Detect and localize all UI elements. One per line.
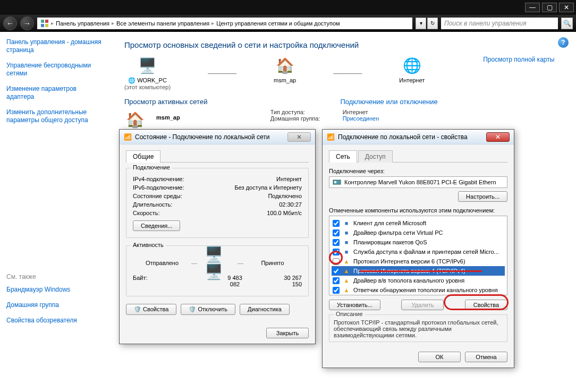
sidebar-link-internet-options[interactable]: Свойства обозревателя (6, 317, 105, 325)
component-label: Протокол Интернета версии 6 (TCP/IPv6) (353, 258, 465, 265)
sidebar: Панель управления - домашняя страница Уп… (0, 32, 112, 392)
component-item[interactable]: ■Служба доступа к файлам и принтерам сет… (332, 247, 505, 257)
breadcrumb-item[interactable]: Панель управления (56, 20, 109, 27)
remove-button: Удалить (401, 300, 444, 310)
properties-button[interactable]: 🛡️ Свойства (126, 304, 176, 315)
homegroup-value[interactable]: Присоединен (343, 115, 379, 122)
bytes-sent-value: 9 483 082 (223, 275, 247, 287)
component-checkbox[interactable] (333, 229, 340, 236)
chevron-right-icon: ▸ (211, 20, 214, 26)
close-button[interactable]: ✕ (559, 3, 574, 12)
component-item[interactable]: ▲Протокол Интернета версии 6 (TCP/IPv6) (332, 257, 505, 266)
sidebar-link-homegroup[interactable]: Домашняя группа (6, 301, 105, 309)
component-label: Драйвер фильтра сети Virtual PC (353, 229, 443, 236)
network-name[interactable]: msm_ap (156, 109, 180, 121)
link-line-icon: ——— (333, 67, 362, 79)
breadcrumb-item[interactable]: Все элементы панели управления (116, 20, 209, 27)
ipv4-value: Интернет (223, 176, 302, 182)
component-item[interactable]: ▲Протокол Интернета версии 4 (TCP/IPv4) (332, 266, 505, 276)
media-label: Состояние среды: (133, 193, 223, 199)
chevron-right-icon: ▸ (112, 20, 114, 26)
qos-icon: ■ (343, 238, 350, 246)
ipv6-label: IPv6-подключение: (133, 184, 223, 191)
pc-sublabel: (этот компьютер) (124, 84, 171, 90)
diagnose-button[interactable]: Диагностика (240, 304, 290, 315)
group-label: Активность (131, 242, 166, 248)
shield-icon: 🛡️ (134, 306, 141, 312)
full-map-link[interactable]: Просмотр полной карты (483, 56, 554, 63)
refresh-button[interactable]: ↻ (427, 18, 438, 29)
close-dialog-button[interactable]: Закрыть (266, 328, 309, 338)
component-item[interactable]: ■Клиент для сетей Microsoft (332, 218, 505, 228)
help-icon[interactable]: ? (558, 37, 569, 48)
group-label: Подключение (131, 164, 172, 171)
page-title: Просмотр основных сведений о сети и наст… (124, 40, 563, 49)
adapter-field[interactable]: Контроллер Marvell Yukon 88E8071 PCI-E G… (329, 176, 507, 188)
svg-rect-5 (334, 181, 336, 183)
component-item[interactable]: ■Планировщик пакетов QoS (332, 237, 505, 247)
tab-sharing[interactable]: Доступ (358, 150, 393, 163)
component-checkbox[interactable] (333, 258, 340, 265)
component-checkbox[interactable] (333, 220, 340, 227)
window-titlebar: — ▢ ✕ (0, 0, 576, 15)
duration-value: 02:30:27 (223, 201, 302, 208)
disable-button[interactable]: 🛡️ Отключить (181, 304, 235, 315)
homegroup-label: Домашняя группа: (270, 115, 334, 122)
component-properties-button[interactable]: Свойства (465, 300, 507, 310)
details-button[interactable]: Сведения... (133, 220, 180, 231)
dialog-close-button[interactable]: ✕ (287, 132, 311, 142)
cancel-button[interactable]: Отмена (465, 352, 507, 362)
component-item[interactable]: ▲Драйвер в/в тополога канального уровня (332, 276, 505, 285)
forward-button[interactable]: → (20, 16, 34, 30)
connect-disconnect-link[interactable]: Подключение или отключение (340, 98, 437, 106)
svg-rect-1 (45, 20, 48, 23)
house-icon: 🏠 (275, 56, 294, 75)
address-bar[interactable]: ▸ Панель управления ▸ Все элементы панел… (37, 18, 412, 29)
breadcrumb-item[interactable]: Центр управления сетями и общим доступом (216, 20, 340, 27)
ok-button[interactable]: ОК (418, 352, 461, 362)
component-item[interactable]: ■Драйвер фильтра сети Virtual PC (332, 228, 505, 237)
back-button[interactable]: ← (3, 16, 17, 30)
tab-general[interactable]: Общие (126, 150, 160, 163)
minimize-button[interactable]: — (525, 3, 540, 12)
dialog-close-button[interactable]: ✕ (486, 132, 510, 142)
monitors-icon: 🖥️🖥️ (205, 253, 230, 272)
sidebar-link-wireless[interactable]: Управление беспроводными сетями (6, 62, 105, 78)
install-button[interactable]: Установить... (329, 300, 380, 310)
component-checkbox[interactable] (333, 268, 340, 275)
dropdown-button[interactable]: ▾ (416, 18, 426, 29)
component-checkbox[interactable] (333, 277, 340, 284)
components-list[interactable]: ■Клиент для сетей Microsoft■Драйвер филь… (329, 216, 507, 295)
dialog-titlebar[interactable]: 📶 Подключение по локальной сети - свойст… (323, 130, 514, 144)
search-input[interactable]: Поиск в панели управления (441, 18, 558, 29)
see-also-label: См. также (6, 273, 105, 280)
sidebar-link-home[interactable]: Панель управления - домашняя страница (6, 38, 105, 54)
description-heading: Описание (334, 311, 365, 317)
maximize-button[interactable]: ▢ (542, 3, 557, 12)
sidebar-link-firewall[interactable]: Брандмауэр Windows (6, 286, 105, 294)
speed-label: Скорость: (133, 210, 223, 216)
driver-icon: ■ (343, 229, 350, 236)
component-label: Планировщик пакетов QoS (353, 239, 427, 245)
dialog-titlebar[interactable]: 📶 Состояние - Подключение по локальной с… (120, 130, 315, 144)
bytes-recv-value: 30 267 150 (278, 275, 302, 287)
network-node-pc[interactable]: 🖥️ 🌐 WORK_PC (этот компьютер) (124, 56, 171, 90)
proto-icon: ▲ (343, 258, 350, 265)
sidebar-link-sharing[interactable]: Изменить дополнительные параметры общего… (6, 108, 105, 124)
received-label: Принято (243, 260, 302, 266)
tab-network[interactable]: Сеть (329, 150, 357, 163)
sidebar-link-adapter[interactable]: Изменение параметров адаптера (6, 85, 105, 101)
component-checkbox[interactable] (333, 287, 340, 294)
network-node-internet[interactable]: 🌐 Интернет (399, 56, 425, 83)
component-checkbox[interactable] (333, 239, 340, 246)
configure-button[interactable]: Настроить... (458, 191, 507, 202)
network-node-ap[interactable]: 🏠 msm_ap (274, 56, 296, 83)
group-connection: Подключение IPv4-подключение:Интернет IP… (126, 168, 309, 238)
duration-label: Длительность: (133, 201, 223, 208)
component-checkbox[interactable] (333, 249, 340, 255)
share-icon: ■ (343, 248, 350, 255)
component-item[interactable]: ▲Ответчик обнаружения топологии канально… (332, 285, 505, 295)
sent-label: Отправлено (133, 260, 191, 266)
access-type-label: Тип доступа: (270, 109, 334, 115)
search-icon[interactable]: 🔍 (561, 18, 573, 29)
